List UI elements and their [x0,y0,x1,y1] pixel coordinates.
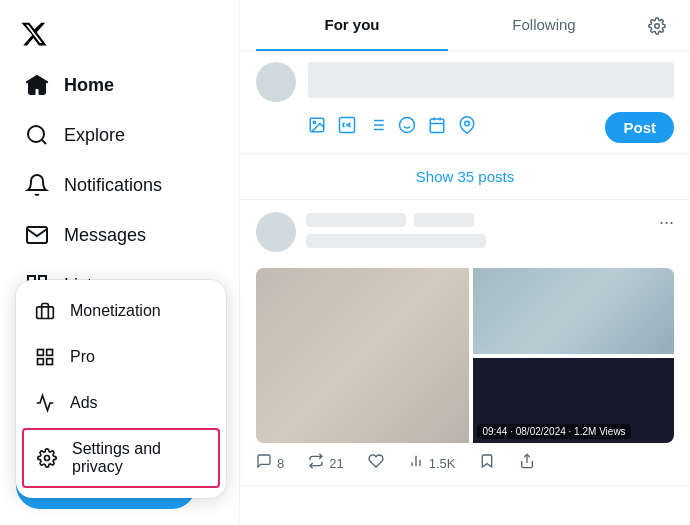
ads-icon [34,392,56,414]
sidebar-item-explore[interactable]: Explore [8,112,231,158]
feed-item-header: ··· [256,212,674,252]
settings-icon [36,447,58,469]
pro-icon [34,346,56,368]
sidebar-item-messages-label: Messages [64,225,146,246]
feed-user-text [306,213,486,252]
feed-more-icon[interactable]: ··· [659,212,674,233]
feed-images-grid: 09:44 · 08/02/2024 · 1.2M Views [256,268,674,443]
bookmark-action-icon [479,453,495,473]
views-icon [408,453,424,473]
dropdown-item-settings[interactable]: Settings and privacy [22,428,220,488]
logo-area[interactable] [0,8,239,60]
feed-username-blurred [306,213,406,227]
feed-avatar [256,212,296,252]
feed-content-blurred [306,234,486,248]
compose-post-button[interactable]: Post [605,112,674,143]
reply-count: 8 [277,456,284,471]
svg-point-21 [400,118,415,133]
feed-action-bookmark[interactable] [479,453,495,473]
mail-icon [24,222,50,248]
svg-rect-5 [37,307,54,319]
dropdown-item-pro-label: Pro [70,348,95,366]
sidebar-item-notifications-label: Notifications [64,175,162,196]
tab-following-label: Following [512,16,575,33]
svg-point-13 [313,121,315,123]
feed-action-like[interactable] [368,453,384,473]
feed-action-share[interactable] [519,453,535,473]
dropdown-item-pro[interactable]: Pro [16,334,226,380]
feed-image-right-top [473,268,674,354]
main-content: For you Following [240,0,690,525]
compose-location-icon[interactable] [458,116,476,139]
feed-image-right-top-content [473,268,674,354]
dropdown-item-ads-label: Ads [70,394,98,412]
dropdown-item-monetization-label: Monetization [70,302,161,320]
svg-point-10 [45,456,50,461]
sidebar: Home Explore Notifications [0,0,240,525]
compose-image-icon[interactable] [308,116,326,139]
feed-images-right: 09:44 · 08/02/2024 · 1.2M Views [473,268,674,443]
x-logo[interactable] [16,16,52,52]
bell-icon [24,172,50,198]
svg-rect-6 [38,350,44,356]
sidebar-item-home[interactable]: Home [8,62,231,108]
compose-actions: Post [256,112,674,143]
feed-user-info [256,212,486,252]
svg-rect-7 [47,350,53,356]
compose-top [256,62,674,102]
sidebar-item-explore-label: Explore [64,125,125,146]
feed-action-reply[interactable]: 8 [256,453,284,473]
feed-image-left [256,268,469,443]
svg-point-11 [655,23,660,28]
home-icon [24,72,50,98]
svg-rect-9 [38,359,44,365]
compose-input[interactable] [308,62,674,98]
retweet-icon [308,453,324,473]
compose-gif-icon[interactable] [338,116,356,139]
feed-settings-icon[interactable] [640,9,674,43]
share-icon [519,453,535,473]
sidebar-item-home-label: Home [64,75,114,96]
compose-schedule-icon[interactable] [428,116,446,139]
dropdown-menu: Monetization Pro Ads Se [16,280,226,498]
like-icon [368,453,384,473]
svg-rect-8 [47,359,53,365]
dropdown-item-monetization[interactable]: Monetization [16,288,226,334]
svg-rect-24 [430,119,444,133]
sidebar-item-notifications[interactable]: Notifications [8,162,231,208]
feed-action-retweet[interactable]: 21 [308,453,343,473]
reply-icon [256,453,272,473]
compose-poll-icon[interactable] [368,116,386,139]
svg-point-28 [465,121,470,126]
feed-handle-blurred [414,213,474,227]
tab-for-you-label: For you [325,16,380,33]
tab-following[interactable]: Following [448,0,640,51]
retweet-count: 21 [329,456,343,471]
feed-image-right-bottom: 09:44 · 08/02/2024 · 1.2M Views [473,358,674,444]
search-icon [24,122,50,148]
feed-action-views[interactable]: 1.5K [408,453,456,473]
feed-actions: 8 21 1.5K [256,453,674,473]
feed-image-overlay: 09:44 · 08/02/2024 · 1.2M Views [477,424,630,439]
header-tabs: For you Following [256,0,640,51]
main-header: For you Following [240,0,690,52]
views-count: 1.5K [429,456,456,471]
compose-avatar [256,62,296,102]
show-posts-bar[interactable]: Show 35 posts [240,154,690,200]
compose-area: Post [240,52,690,154]
monetization-icon [34,300,56,322]
svg-point-0 [28,126,44,142]
compose-emoji-icon[interactable] [398,116,416,139]
sidebar-item-messages[interactable]: Messages [8,212,231,258]
dropdown-item-settings-label: Settings and privacy [72,440,206,476]
tab-for-you[interactable]: For you [256,0,448,51]
dropdown-item-ads[interactable]: Ads [16,380,226,426]
feed-item: ··· 09:44 · 08/02/2024 · 1.2M Views [240,200,690,486]
feed-image-left-content [256,268,469,443]
